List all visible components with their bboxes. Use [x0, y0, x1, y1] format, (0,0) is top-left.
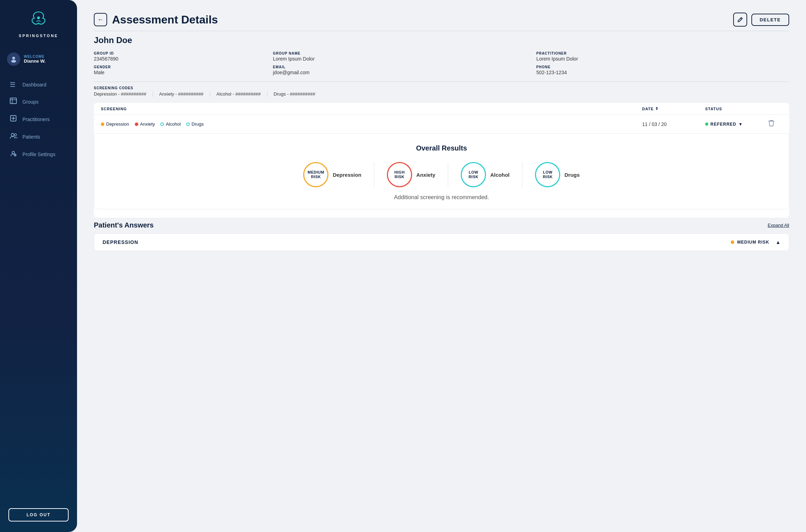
dashboard-icon: ☰: [10, 81, 18, 89]
avatar: [7, 52, 20, 66]
delete-row-button[interactable]: [768, 120, 774, 128]
risk-name-anxiety: Anxiety: [416, 172, 435, 178]
page-header-left: ← Assessment Details: [94, 13, 218, 26]
svg-point-2: [12, 57, 15, 59]
answer-risk-depression: MEDIUM RISK ▲: [731, 239, 780, 245]
edit-button[interactable]: [733, 13, 747, 27]
page-title: Assessment Details: [112, 13, 218, 26]
back-button[interactable]: ←: [94, 13, 107, 26]
badge-drugs: Drugs: [186, 121, 204, 127]
screening-table: SCREENING DATE ⇕ STATUS Depression Anxie…: [94, 103, 789, 218]
profile-settings-icon: [10, 150, 18, 159]
screening-code-depression: Depression - ##########: [94, 91, 153, 97]
risk-circle-alcohol: LOW RISK: [461, 162, 486, 187]
results-title: Overall Results: [105, 144, 778, 152]
answer-chevron[interactable]: ▲: [776, 239, 780, 245]
logout-button[interactable]: LOG OUT: [8, 508, 69, 522]
group-id-label: GROUP ID: [94, 51, 263, 55]
logo-icon: [27, 8, 50, 31]
svg-rect-4: [10, 98, 16, 104]
gender-value: Male: [94, 70, 263, 75]
sidebar: SPRINGSTONE WELCOME Dianne W. ☰ Dashboar…: [0, 0, 77, 532]
practitioner-value: Lorem Ipsum Dolor: [536, 56, 789, 62]
info-divider: [94, 82, 789, 82]
alcohol-label: Alcohol: [166, 121, 181, 127]
sidebar-item-patients[interactable]: Patients: [0, 128, 77, 145]
sidebar-item-practitioners[interactable]: Practitioners: [0, 110, 77, 128]
phone-value: 502-123-1234: [536, 70, 789, 75]
sidebar-item-label-dashboard: Dashboard: [22, 82, 47, 88]
header-divider: [94, 31, 789, 31]
delete-button[interactable]: DELETE: [751, 14, 789, 26]
welcome-label: WELCOME: [24, 55, 46, 58]
answers-header: Patient's Answers Expand All: [94, 221, 789, 229]
trash-icon: [768, 120, 774, 127]
answer-row-depression[interactable]: DEPRESSION MEDIUM RISK ▲: [94, 233, 789, 251]
info-gender: GENDER Male: [94, 65, 263, 75]
row-actions: [768, 120, 782, 128]
sidebar-item-label-patients: Patients: [22, 134, 40, 140]
results-recommendation: Additional screening is recommended.: [105, 194, 778, 201]
table-header: SCREENING DATE ⇕ STATUS: [94, 103, 789, 115]
anxiety-dot: [135, 122, 138, 126]
row-status: REFERRED ▼: [705, 122, 768, 127]
user-info: WELCOME Dianne W.: [0, 49, 77, 69]
groups-icon: [10, 98, 18, 106]
patient-name: John Doe: [94, 35, 789, 45]
alcohol-dot: [160, 122, 164, 126]
status-chevron[interactable]: ▼: [738, 122, 743, 127]
sidebar-item-groups[interactable]: Groups: [0, 93, 77, 110]
info-practitioner: PRACTITIONER Lorem Ipsum Dolor: [536, 51, 789, 62]
screening-badges: Depression Anxiety Alcohol Drugs: [101, 121, 642, 127]
header-actions: DELETE: [733, 13, 789, 27]
screening-codes-row: Depression - ########## Anxiety - ######…: [94, 91, 789, 97]
svg-point-12: [12, 152, 15, 154]
sidebar-item-profile-settings[interactable]: Profile Settings: [0, 145, 77, 163]
drugs-label: Drugs: [192, 121, 204, 127]
screening-code-anxiety: Anxiety - ##########: [159, 91, 210, 97]
expand-all-link[interactable]: Expand All: [768, 223, 789, 228]
sidebar-item-dashboard[interactable]: ☰ Dashboard: [0, 76, 77, 93]
col-screening: SCREENING: [101, 106, 642, 111]
practitioners-icon: [10, 115, 18, 124]
answer-risk-dot: [731, 240, 734, 244]
username-label: Dianne W.: [24, 58, 46, 64]
email-label: EMAIL: [273, 65, 526, 69]
svg-point-1: [37, 16, 40, 19]
sort-icon[interactable]: ⇕: [655, 106, 659, 111]
svg-line-16: [741, 18, 742, 19]
overall-results-card: Overall Results MEDIUM RISK Depression H…: [94, 134, 789, 209]
edit-icon: [737, 17, 743, 22]
drugs-dot: [186, 122, 190, 126]
risk-level-anxiety: HIGH RISK: [394, 170, 405, 179]
risk-level-depression: MEDIUM RISK: [308, 170, 325, 179]
group-id-value: 234567890: [94, 56, 263, 62]
info-grid: GROUP ID 234567890 GROUP NAME Lorem Ipsu…: [94, 51, 789, 75]
risk-level-drugs: LOW RISK: [543, 170, 553, 179]
col-date: DATE ⇕: [642, 106, 705, 111]
page-header: ← Assessment Details DELETE: [94, 13, 789, 27]
depression-dot: [101, 122, 104, 126]
svg-point-10: [11, 133, 14, 136]
col-status: STATUS: [705, 106, 768, 111]
sidebar-item-label-groups: Groups: [22, 99, 39, 105]
sidebar-item-label-practitioners: Practitioners: [22, 117, 50, 122]
result-depression: MEDIUM RISK Depression: [291, 162, 374, 187]
group-name-value: Lorem Ipsum Dolor: [273, 56, 526, 62]
status-dot: [705, 122, 708, 126]
info-email: EMAIL jdoe@gmail.com: [273, 65, 526, 75]
answers-section: Patient's Answers Expand All DEPRESSION …: [94, 221, 789, 251]
risk-circle-anxiety: HIGH RISK: [387, 162, 412, 187]
table-row: Depression Anxiety Alcohol Drugs 11 / 03…: [94, 115, 789, 134]
gender-label: GENDER: [94, 65, 263, 69]
risk-name-depression: Depression: [333, 172, 361, 178]
badge-depression: Depression: [101, 121, 129, 127]
user-details: WELCOME Dianne W.: [24, 55, 46, 64]
svg-point-3: [11, 60, 16, 63]
info-group-id: GROUP ID 234567890: [94, 51, 263, 62]
answers-title: Patient's Answers: [94, 221, 154, 229]
back-icon: ←: [97, 16, 104, 23]
group-name-label: GROUP NAME: [273, 51, 526, 55]
status-label: REFERRED: [710, 122, 736, 127]
logout-area: LOG OUT: [0, 508, 77, 525]
